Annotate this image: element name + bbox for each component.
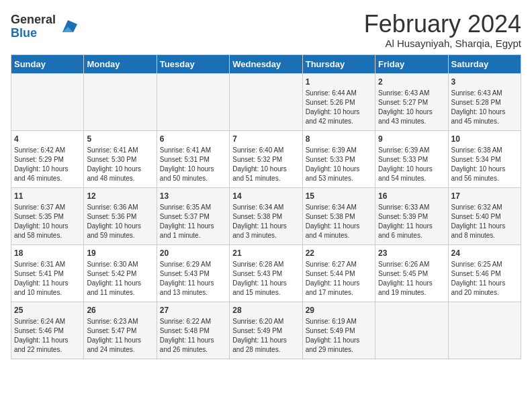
day-info: Sunrise: 6:26 AM Sunset: 5:45 PM Dayligh… — [378, 260, 445, 298]
day-info: Sunrise: 6:37 AM Sunset: 5:35 PM Dayligh… — [14, 203, 81, 240]
day-number: 9 — [378, 134, 445, 145]
day-number: 13 — [160, 191, 226, 202]
day-cell — [230, 73, 302, 130]
header-day-sunday: Sunday — [11, 54, 84, 73]
day-info: Sunrise: 6:35 AM Sunset: 5:37 PM Dayligh… — [160, 203, 226, 240]
day-info: Sunrise: 6:41 AM Sunset: 5:31 PM Dayligh… — [160, 146, 226, 183]
header-day-thursday: Thursday — [302, 54, 375, 73]
day-number: 20 — [160, 248, 226, 259]
day-info: Sunrise: 6:25 AM Sunset: 5:46 PM Dayligh… — [451, 260, 518, 298]
day-info: Sunrise: 6:38 AM Sunset: 5:34 PM Dayligh… — [451, 146, 518, 183]
week-row-1: 4Sunrise: 6:42 AM Sunset: 5:29 PM Daylig… — [11, 130, 521, 187]
day-number: 22 — [306, 248, 372, 259]
day-cell: 21Sunrise: 6:28 AM Sunset: 5:43 PM Dayli… — [230, 244, 302, 302]
title-area: February 2024 Al Husayniyah, Sharqia, Eg… — [364, 11, 521, 49]
day-cell: 3Sunrise: 6:43 AM Sunset: 5:28 PM Daylig… — [448, 73, 521, 130]
day-number: 28 — [232, 305, 299, 316]
header-row: SundayMondayTuesdayWednesdayThursdayFrid… — [11, 54, 521, 73]
day-cell: 23Sunrise: 6:26 AM Sunset: 5:45 PM Dayli… — [375, 244, 448, 302]
day-cell: 25Sunrise: 6:24 AM Sunset: 5:46 PM Dayli… — [11, 302, 84, 359]
header-day-saturday: Saturday — [448, 54, 521, 73]
day-number: 16 — [378, 191, 445, 202]
day-number: 5 — [87, 134, 153, 145]
day-info: Sunrise: 6:34 AM Sunset: 5:38 PM Dayligh… — [306, 203, 372, 240]
day-cell: 22Sunrise: 6:27 AM Sunset: 5:44 PM Dayli… — [302, 244, 375, 302]
day-number: 8 — [306, 134, 372, 145]
day-number: 14 — [232, 191, 299, 202]
header-day-friday: Friday — [375, 54, 448, 73]
week-row-0: 1Sunrise: 6:44 AM Sunset: 5:26 PM Daylig… — [11, 73, 521, 130]
day-cell: 4Sunrise: 6:42 AM Sunset: 5:29 PM Daylig… — [11, 130, 84, 187]
day-info: Sunrise: 6:27 AM Sunset: 5:44 PM Dayligh… — [306, 260, 372, 298]
day-cell: 5Sunrise: 6:41 AM Sunset: 5:30 PM Daylig… — [84, 130, 157, 187]
day-info: Sunrise: 6:20 AM Sunset: 5:49 PM Dayligh… — [232, 317, 299, 355]
day-cell — [11, 73, 84, 130]
header-day-tuesday: Tuesday — [157, 54, 229, 73]
day-number: 10 — [451, 134, 518, 145]
day-info: Sunrise: 6:19 AM Sunset: 5:49 PM Dayligh… — [306, 317, 372, 355]
day-cell: 12Sunrise: 6:36 AM Sunset: 5:36 PM Dayli… — [84, 187, 157, 244]
day-cell — [157, 73, 229, 130]
day-cell: 6Sunrise: 6:41 AM Sunset: 5:31 PM Daylig… — [157, 130, 229, 187]
day-cell: 28Sunrise: 6:20 AM Sunset: 5:49 PM Dayli… — [230, 302, 302, 359]
week-row-3: 18Sunrise: 6:31 AM Sunset: 5:41 PM Dayli… — [11, 244, 521, 302]
day-info: Sunrise: 6:44 AM Sunset: 5:26 PM Dayligh… — [306, 89, 372, 126]
day-info: Sunrise: 6:36 AM Sunset: 5:36 PM Dayligh… — [87, 203, 153, 240]
day-cell: 20Sunrise: 6:29 AM Sunset: 5:43 PM Dayli… — [157, 244, 229, 302]
day-cell: 14Sunrise: 6:34 AM Sunset: 5:38 PM Dayli… — [230, 187, 302, 244]
day-number: 4 — [14, 134, 81, 145]
day-cell: 27Sunrise: 6:22 AM Sunset: 5:48 PM Dayli… — [157, 302, 229, 359]
day-number: 12 — [87, 191, 153, 202]
calendar-table: SundayMondayTuesdayWednesdayThursdayFrid… — [11, 54, 521, 359]
day-number: 7 — [232, 134, 299, 145]
day-number: 24 — [451, 248, 518, 259]
day-cell: 8Sunrise: 6:39 AM Sunset: 5:33 PM Daylig… — [302, 130, 375, 187]
day-cell: 1Sunrise: 6:44 AM Sunset: 5:26 PM Daylig… — [302, 73, 375, 130]
day-info: Sunrise: 6:34 AM Sunset: 5:38 PM Dayligh… — [232, 203, 299, 240]
day-info: Sunrise: 6:32 AM Sunset: 5:40 PM Dayligh… — [451, 203, 518, 240]
day-number: 11 — [14, 191, 81, 202]
day-info: Sunrise: 6:28 AM Sunset: 5:43 PM Dayligh… — [232, 260, 299, 298]
header-day-wednesday: Wednesday — [230, 54, 302, 73]
day-cell: 24Sunrise: 6:25 AM Sunset: 5:46 PM Dayli… — [448, 244, 521, 302]
day-info: Sunrise: 6:42 AM Sunset: 5:29 PM Dayligh… — [14, 146, 81, 183]
day-number: 15 — [306, 191, 372, 202]
day-number: 19 — [87, 248, 153, 259]
day-info: Sunrise: 6:23 AM Sunset: 5:47 PM Dayligh… — [87, 317, 153, 355]
day-cell: 26Sunrise: 6:23 AM Sunset: 5:47 PM Dayli… — [84, 302, 157, 359]
day-info: Sunrise: 6:43 AM Sunset: 5:28 PM Dayligh… — [451, 89, 518, 126]
day-number: 1 — [306, 77, 372, 88]
logo: General Blue — [11, 13, 77, 40]
day-cell: 17Sunrise: 6:32 AM Sunset: 5:40 PM Dayli… — [448, 187, 521, 244]
day-number: 2 — [378, 77, 445, 88]
day-number: 29 — [306, 305, 372, 316]
day-info: Sunrise: 6:24 AM Sunset: 5:46 PM Dayligh… — [14, 317, 81, 355]
day-cell: 13Sunrise: 6:35 AM Sunset: 5:37 PM Dayli… — [157, 187, 229, 244]
day-number: 18 — [14, 248, 81, 259]
day-cell: 9Sunrise: 6:39 AM Sunset: 5:33 PM Daylig… — [375, 130, 448, 187]
day-number: 21 — [232, 248, 299, 259]
header-day-monday: Monday — [84, 54, 157, 73]
day-cell — [448, 302, 521, 359]
day-number: 27 — [160, 305, 226, 316]
logo-blue-text: Blue — [11, 27, 56, 40]
day-cell: 2Sunrise: 6:43 AM Sunset: 5:27 PM Daylig… — [375, 73, 448, 130]
day-number: 3 — [451, 77, 518, 88]
week-row-4: 25Sunrise: 6:24 AM Sunset: 5:46 PM Dayli… — [11, 302, 521, 359]
day-info: Sunrise: 6:39 AM Sunset: 5:33 PM Dayligh… — [306, 146, 372, 183]
day-cell: 7Sunrise: 6:40 AM Sunset: 5:32 PM Daylig… — [230, 130, 302, 187]
day-cell: 10Sunrise: 6:38 AM Sunset: 5:34 PM Dayli… — [448, 130, 521, 187]
day-cell — [375, 302, 448, 359]
day-cell: 18Sunrise: 6:31 AM Sunset: 5:41 PM Dayli… — [11, 244, 84, 302]
logo-icon — [58, 17, 77, 36]
day-cell: 19Sunrise: 6:30 AM Sunset: 5:42 PM Dayli… — [84, 244, 157, 302]
day-cell: 11Sunrise: 6:37 AM Sunset: 5:35 PM Dayli… — [11, 187, 84, 244]
day-number: 6 — [160, 134, 226, 145]
header: General Blue February 2024 Al Husayniyah… — [11, 11, 521, 49]
day-info: Sunrise: 6:29 AM Sunset: 5:43 PM Dayligh… — [160, 260, 226, 298]
week-row-2: 11Sunrise: 6:37 AM Sunset: 5:35 PM Dayli… — [11, 187, 521, 244]
day-info: Sunrise: 6:43 AM Sunset: 5:27 PM Dayligh… — [378, 89, 445, 126]
day-number: 17 — [451, 191, 518, 202]
day-info: Sunrise: 6:30 AM Sunset: 5:42 PM Dayligh… — [87, 260, 153, 298]
day-info: Sunrise: 6:40 AM Sunset: 5:32 PM Dayligh… — [232, 146, 299, 183]
